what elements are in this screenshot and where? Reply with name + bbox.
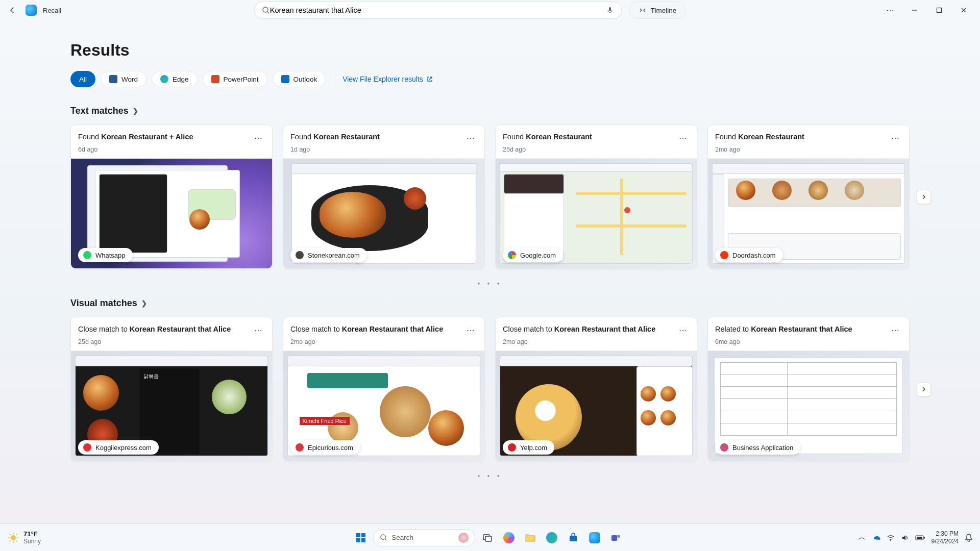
card-menu-button[interactable]: ⋯ xyxy=(464,132,478,144)
source-badge-label: Yelp.com xyxy=(520,444,547,452)
app-title: Recall xyxy=(43,7,61,14)
source-badge-label: Stonekorean.com xyxy=(308,252,360,259)
source-badge: Doordash.com xyxy=(715,248,783,262)
filter-word[interactable]: Word xyxy=(101,71,146,87)
doordash-icon xyxy=(720,251,728,259)
teams-button[interactable] xyxy=(607,529,625,547)
svg-point-25 xyxy=(890,540,891,541)
scroll-next-button[interactable] xyxy=(917,190,931,204)
timeline-label: Timeline xyxy=(651,7,677,14)
minimize-button[interactable] xyxy=(903,3,926,18)
timeline-icon xyxy=(639,6,647,14)
source-badge: Google.com xyxy=(503,248,563,262)
store-button[interactable] xyxy=(564,529,582,547)
source-badge: Yelp.com xyxy=(503,440,554,455)
recall-button[interactable] xyxy=(585,529,604,547)
tray-chevron-icon[interactable]: ︿ xyxy=(858,532,866,543)
card-thumbnail: Kimchi Fried Rice Epicurious.com xyxy=(283,350,484,461)
source-badge: Business Application xyxy=(715,440,800,455)
notifications-icon[interactable] xyxy=(965,533,973,542)
separator xyxy=(334,73,334,85)
search-input[interactable] xyxy=(270,6,606,14)
google-icon xyxy=(508,251,516,259)
svg-point-24 xyxy=(617,535,620,538)
timeline-button[interactable]: Timeline xyxy=(629,2,687,19)
battery-icon[interactable] xyxy=(915,535,925,541)
source-badge-label: Business Application xyxy=(732,444,793,452)
card-menu-button[interactable]: ⋯ xyxy=(889,132,902,144)
close-button[interactable] xyxy=(952,3,975,18)
svg-point-0 xyxy=(263,7,268,12)
source-badge-label: Whatsapp xyxy=(95,252,126,259)
weather-widget[interactable]: 71°F Sunny xyxy=(7,530,41,545)
result-card[interactable]: Found Korean Restaurant + Alice ⋯ 6d ago… xyxy=(70,124,273,269)
source-badge-label: Epicurious.com xyxy=(308,444,353,452)
svg-line-12 xyxy=(10,540,11,541)
card-title: Found Korean Restaurant xyxy=(715,132,804,142)
file-explorer-button[interactable] xyxy=(521,529,540,547)
maximize-button[interactable] xyxy=(928,3,950,18)
card-menu-button[interactable]: ⋯ xyxy=(252,132,265,144)
visual-matches-header[interactable]: Visual matches ❯ xyxy=(70,298,910,309)
filter-word-label: Word xyxy=(121,76,138,83)
copilot-button[interactable] xyxy=(500,529,518,547)
filter-edge[interactable]: Edge xyxy=(152,71,198,87)
card-menu-button[interactable]: ⋯ xyxy=(677,324,690,336)
chevron-right-icon: ❯ xyxy=(133,107,138,115)
card-menu-button[interactable]: ⋯ xyxy=(464,324,478,336)
card-menu-button[interactable]: ⋯ xyxy=(889,324,902,336)
start-button[interactable] xyxy=(352,529,370,547)
site-icon xyxy=(296,251,304,259)
svg-rect-2 xyxy=(609,7,611,11)
card-timestamp: 2mo ago xyxy=(715,146,902,153)
result-card[interactable]: Close match to Korean Restaurant that Al… xyxy=(283,317,485,461)
file-explorer-link-label: View File Explorer results xyxy=(342,75,423,83)
result-card[interactable]: Found Korean Restaurant ⋯ 1d ago Stoneko… xyxy=(283,124,485,269)
back-button[interactable] xyxy=(5,4,19,16)
result-card[interactable]: Close match to Korean Restaurant that Al… xyxy=(495,317,697,461)
clock-time: 2:30 PM xyxy=(932,530,959,538)
more-button[interactable]: ⋯ xyxy=(879,3,901,18)
card-title: Found Korean Restaurant + Alice xyxy=(78,132,193,142)
volume-icon[interactable] xyxy=(901,534,909,542)
chevron-right-icon: ❯ xyxy=(141,299,147,307)
card-menu-button[interactable]: ⋯ xyxy=(252,324,265,336)
filter-powerpoint-label: PowerPoint xyxy=(224,76,259,83)
edge-icon xyxy=(160,75,168,83)
filter-powerpoint[interactable]: PowerPoint xyxy=(203,71,267,87)
source-badge: Epicurious.com xyxy=(290,440,360,455)
mic-icon[interactable] xyxy=(606,6,614,14)
clock[interactable]: 2:30 PM 9/24/2024 xyxy=(932,530,959,545)
filter-all[interactable]: All xyxy=(70,71,95,87)
taskbar-search[interactable]: Search xyxy=(373,529,475,546)
card-title: Close match to Korean Restaurant that Al… xyxy=(78,324,231,334)
svg-line-1 xyxy=(267,12,269,13)
result-card[interactable]: Found Korean Restaurant ⋯ 25d ago Google… xyxy=(495,124,697,269)
filter-outlook[interactable]: Outlook xyxy=(273,71,326,87)
card-timestamp: 25d ago xyxy=(503,146,690,153)
text-matches-header[interactable]: Text matches ❯ xyxy=(70,106,910,116)
search-highlight-icon xyxy=(458,533,469,543)
result-card[interactable]: Close match to Korean Restaurant that Al… xyxy=(70,317,273,461)
text-matches-title: Text matches xyxy=(70,106,129,116)
result-card[interactable]: Found Korean Restaurant ⋯ 2mo ago Doorda… xyxy=(707,124,910,269)
card-title: Related to Korean Restaurant that Alice xyxy=(715,324,852,334)
result-card[interactable]: Related to Korean Restaurant that Alice … xyxy=(707,317,910,461)
wifi-icon[interactable] xyxy=(887,534,895,542)
task-view-button[interactable] xyxy=(478,529,497,547)
svg-rect-22 xyxy=(570,536,577,541)
weather-temp: 71°F xyxy=(23,530,41,538)
search-box[interactable] xyxy=(254,2,622,19)
scroll-next-button[interactable] xyxy=(917,382,931,396)
filter-all-label: All xyxy=(79,76,87,83)
visual-matches-row: Close match to Korean Restaurant that Al… xyxy=(70,317,910,461)
pagination-dots: ● ● ● xyxy=(70,281,910,286)
filter-outlook-label: Outlook xyxy=(293,76,317,83)
edge-button[interactable] xyxy=(543,529,561,547)
onedrive-icon[interactable] xyxy=(872,534,880,542)
file-explorer-link[interactable]: View File Explorer results xyxy=(342,75,433,83)
card-menu-button[interactable]: ⋯ xyxy=(677,132,690,144)
source-badge: Whatsapp xyxy=(78,248,133,262)
svg-rect-23 xyxy=(611,535,617,541)
svg-line-19 xyxy=(385,539,387,540)
